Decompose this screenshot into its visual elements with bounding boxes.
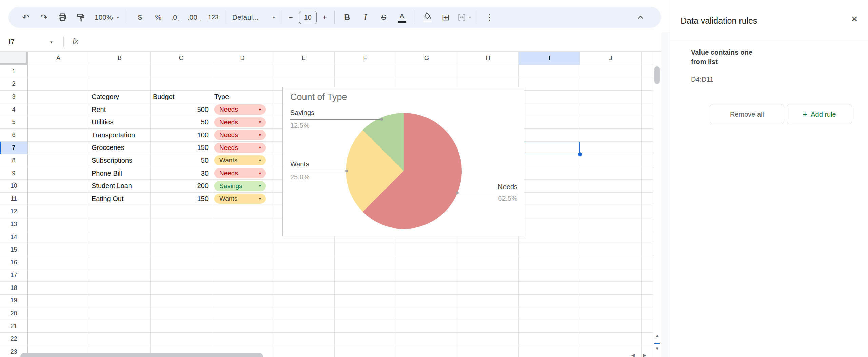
cell-B20[interactable]: [89, 307, 151, 320]
cell-E1[interactable]: [273, 65, 335, 78]
cell-J20[interactable]: [580, 307, 642, 320]
remove-all-button[interactable]: Remove all: [710, 104, 784, 124]
cell-J18[interactable]: [580, 282, 642, 295]
redo-button[interactable]: ↷: [35, 9, 53, 25]
cell-H18[interactable]: [457, 282, 519, 295]
row-header-12[interactable]: 12: [0, 205, 28, 218]
more-toolbar-button[interactable]: ⋮: [480, 9, 499, 25]
cell-C7[interactable]: 150: [151, 142, 212, 155]
strikethrough-button[interactable]: S: [375, 9, 393, 25]
cell-A15[interactable]: [28, 243, 89, 256]
scroll-left-icon[interactable]: ◀: [631, 353, 635, 357]
text-color-button[interactable]: A: [393, 9, 411, 25]
cell-A1[interactable]: [28, 65, 89, 78]
undo-button[interactable]: ↶: [17, 9, 35, 25]
row-header-9[interactable]: 9: [0, 167, 28, 180]
cell-B7[interactable]: Grocceries: [89, 142, 151, 155]
cell-A7[interactable]: [28, 142, 89, 155]
cell-B3[interactable]: Category: [89, 91, 151, 103]
column-header-J[interactable]: J: [580, 52, 642, 65]
increase-decimal-button[interactable]: .00→: [186, 9, 204, 25]
cell-A3[interactable]: [28, 91, 89, 103]
cell-I15[interactable]: [519, 243, 580, 256]
cell-partial-14[interactable]: [642, 231, 653, 244]
print-button[interactable]: [53, 9, 72, 25]
cell-H21[interactable]: [457, 320, 519, 333]
borders-button[interactable]: ⊞: [437, 9, 455, 25]
cell-I22[interactable]: [519, 333, 580, 345]
cell-I14[interactable]: [519, 231, 580, 244]
cell-E23[interactable]: [273, 345, 335, 357]
cell-J3[interactable]: [580, 91, 642, 103]
cell-D6[interactable]: Needs▼: [212, 129, 273, 142]
cell-B18[interactable]: [89, 282, 151, 295]
cell-partial-6[interactable]: [642, 129, 653, 142]
vertical-scrollbar[interactable]: ▲ ▼: [653, 52, 661, 357]
cell-C9[interactable]: 30: [151, 167, 212, 180]
cell-G18[interactable]: [396, 282, 457, 295]
cell-I3[interactable]: [519, 91, 580, 103]
scroll-down-icon[interactable]: ▼: [653, 346, 662, 351]
cell-partial-1[interactable]: [642, 65, 653, 78]
cell-I12[interactable]: [519, 205, 580, 218]
column-header-A[interactable]: A: [28, 52, 89, 65]
column-header-H[interactable]: H: [457, 52, 519, 65]
decrease-decimal-button[interactable]: .0←: [167, 9, 186, 25]
column-header-partial[interactable]: [642, 52, 653, 65]
cell-H17[interactable]: [457, 269, 519, 282]
row-header-11[interactable]: 11: [0, 193, 28, 205]
cell-D19[interactable]: [212, 295, 273, 308]
cell-D3[interactable]: Type: [212, 91, 273, 103]
cell-C2[interactable]: [151, 78, 212, 91]
cell-partial-5[interactable]: [642, 116, 653, 129]
cell-B1[interactable]: [89, 65, 151, 78]
cell-C3[interactable]: Budget: [151, 91, 212, 103]
fill-handle[interactable]: [578, 152, 582, 156]
row-header-21[interactable]: 21: [0, 320, 28, 333]
add-rule-button[interactable]: + Add rule: [787, 104, 852, 124]
decrease-font-size-button[interactable]: −: [285, 9, 297, 25]
collapse-toolbar-button[interactable]: [631, 9, 650, 25]
cell-B19[interactable]: [89, 295, 151, 308]
row-header-17[interactable]: 17: [0, 269, 28, 282]
row-header-19[interactable]: 19: [0, 295, 28, 308]
cell-A21[interactable]: [28, 320, 89, 333]
cell-J15[interactable]: [580, 243, 642, 256]
cell-H1[interactable]: [457, 65, 519, 78]
cell-H23[interactable]: [457, 345, 519, 357]
cell-I19[interactable]: [519, 295, 580, 308]
merge-cells-button[interactable]: ▾: [455, 9, 473, 25]
cell-C1[interactable]: [151, 65, 212, 78]
zoom-select[interactable]: 100% ▾: [90, 9, 124, 25]
cell-C12[interactable]: [151, 205, 212, 218]
cell-C4[interactable]: 500: [151, 103, 212, 116]
cell-I9[interactable]: [519, 167, 580, 180]
cell-C15[interactable]: [151, 243, 212, 256]
cell-A20[interactable]: [28, 307, 89, 320]
cell-C17[interactable]: [151, 269, 212, 282]
italic-button[interactable]: I: [356, 9, 375, 25]
cell-A4[interactable]: [28, 103, 89, 116]
cell-C11[interactable]: 150: [151, 193, 212, 205]
cell-I7[interactable]: [519, 142, 580, 155]
cell-C19[interactable]: [151, 295, 212, 308]
cell-J19[interactable]: [580, 295, 642, 308]
cell-A16[interactable]: [28, 256, 89, 269]
cell-F17[interactable]: [335, 269, 396, 282]
cell-B21[interactable]: [89, 320, 151, 333]
cell-D14[interactable]: [212, 231, 273, 244]
horizontal-scrollbar-thumb[interactable]: [20, 353, 263, 357]
cell-J9[interactable]: [580, 167, 642, 180]
name-box[interactable]: I7: [9, 32, 15, 51]
cell-A13[interactable]: [28, 218, 89, 231]
cell-partial-13[interactable]: [642, 218, 653, 231]
column-header-C[interactable]: C: [151, 52, 212, 65]
cell-I11[interactable]: [519, 193, 580, 205]
cell-J8[interactable]: [580, 154, 642, 167]
cell-G17[interactable]: [396, 269, 457, 282]
column-header-B[interactable]: B: [89, 52, 151, 65]
cell-I5[interactable]: [519, 116, 580, 129]
cell-D4[interactable]: Needs▼: [212, 103, 273, 116]
cell-C13[interactable]: [151, 218, 212, 231]
cell-F19[interactable]: [335, 295, 396, 308]
